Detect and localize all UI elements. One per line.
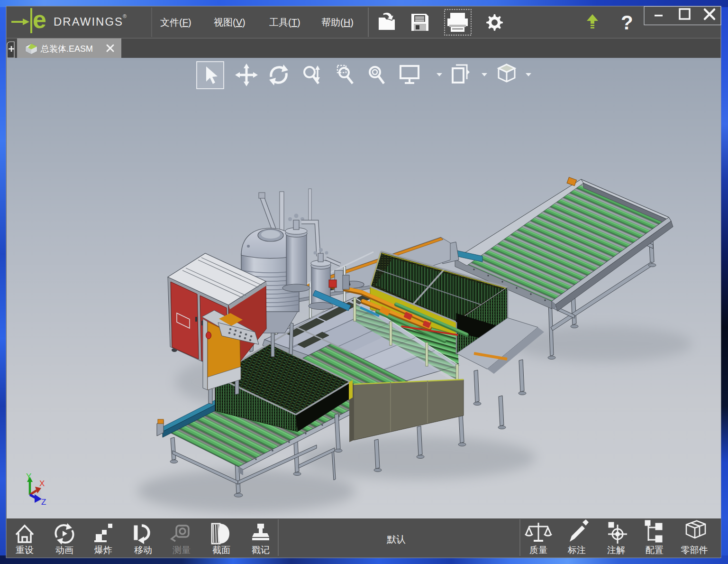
svg-text:Y: Y	[26, 472, 31, 481]
svg-text:总装体.EASM: 总装体.EASM	[40, 44, 93, 54]
svg-text:?: ?	[621, 11, 633, 34]
svg-text:动画: 动画	[55, 545, 73, 555]
svg-text:文件(F): 文件(F)	[160, 17, 191, 28]
svg-text:帮助(H): 帮助(H)	[321, 17, 354, 28]
svg-text:e: e	[33, 6, 46, 33]
svg-text:质量: 质量	[529, 545, 547, 555]
svg-text:标注: 标注	[567, 545, 586, 555]
svg-text:爆炸: 爆炸	[94, 545, 112, 555]
svg-text:测量: 测量	[173, 545, 191, 555]
svg-text:Z: Z	[41, 498, 46, 507]
svg-text:X: X	[39, 479, 45, 488]
svg-text:®: ®	[123, 13, 127, 19]
svg-text:配置: 配置	[646, 545, 664, 555]
svg-text:DRAWINGS: DRAWINGS	[54, 15, 123, 28]
svg-text:移动: 移动	[134, 545, 152, 555]
svg-text:截面: 截面	[212, 545, 230, 555]
svg-text:重设: 重设	[16, 545, 34, 555]
svg-text:默认: 默认	[387, 534, 406, 545]
svg-text:视图(V): 视图(V)	[214, 17, 246, 28]
svg-text:零部件: 零部件	[681, 545, 708, 555]
svg-text:注解: 注解	[607, 545, 625, 555]
svg-text:戳记: 戳记	[252, 545, 270, 555]
svg-text:工具(T): 工具(T)	[269, 17, 300, 28]
